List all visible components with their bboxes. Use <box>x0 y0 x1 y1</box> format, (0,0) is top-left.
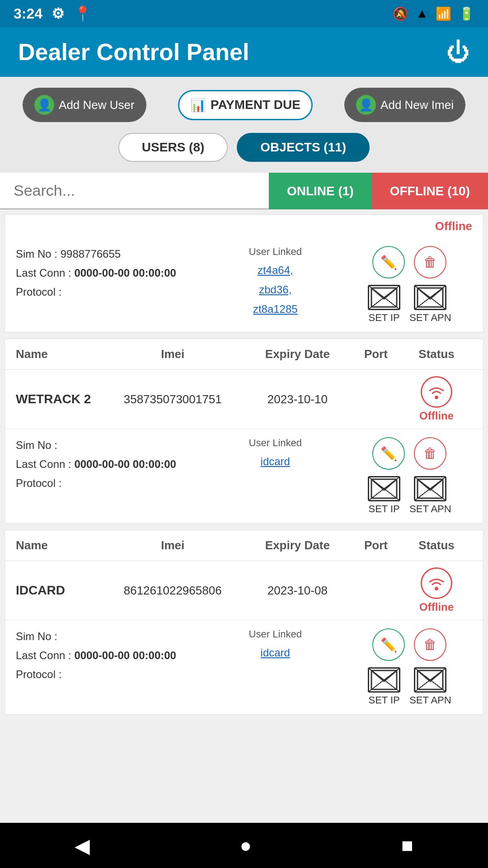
gear-icon: ⚙ <box>52 5 65 22</box>
col-header-port-2: Port <box>351 347 401 361</box>
action-col-1: ✏️ 🗑 SET IP <box>347 246 472 324</box>
edit-delete-row-3: ✏️ 🗑 <box>372 628 446 661</box>
col-header-status-3: Status <box>401 538 472 552</box>
device-card-1: Offline Sim No : 9988776655 Last Conn : … <box>5 214 483 332</box>
device-status-3: Offline <box>401 567 472 613</box>
set-apn-icon-3 <box>414 667 446 693</box>
set-apn-button-3[interactable]: SET APN <box>409 667 451 706</box>
svg-rect-1 <box>418 288 443 307</box>
user-linked-label-1: User Linked <box>213 246 338 258</box>
device-card-2: Name Imei Expiry Date Port Status WETRAC… <box>5 339 483 524</box>
device-status-2: Offline <box>401 376 472 422</box>
device-imei-2: 358735073001751 <box>101 392 244 406</box>
time-display: 3:24 <box>14 5 42 22</box>
battery-icon: 🔋 <box>459 6 474 21</box>
status-badge-3: Offline <box>401 567 472 613</box>
status-filter-buttons: ONLINE (1) OFFLINE (10) <box>269 173 488 209</box>
protocol-3: Protocol : <box>16 666 204 683</box>
set-apn-button-2[interactable]: SET APN <box>409 476 451 515</box>
last-conn-2: Last Conn : 0000-00-00 00:00:00 <box>16 456 204 472</box>
svg-rect-0 <box>371 288 397 307</box>
device-info-col-3: Sim No : Last Conn : 0000-00-00 00:00:00… <box>16 628 204 685</box>
device-details-1: Sim No : 9988776655 Last Conn : 0000-00-… <box>5 238 483 332</box>
device-list: Offline Sim No : 9988776655 Last Conn : … <box>0 210 488 775</box>
set-apn-icon-1 <box>414 285 446 310</box>
sim-no-3: Sim No : <box>16 628 204 645</box>
user-linked-links-2[interactable]: idcard <box>213 452 338 471</box>
col-header-imei-3: Imei <box>101 538 244 552</box>
device-imei-3: 861261022965806 <box>101 584 244 598</box>
wifi-icon: ▲ <box>416 6 428 21</box>
offline-wifi-icon-2 <box>421 376 452 408</box>
svg-rect-7 <box>418 670 443 689</box>
tab-objects[interactable]: OBJECTS (11) <box>237 133 370 162</box>
device-info-col-2: Sim No : Last Conn : 0000-00-00 00:00:00… <box>16 437 204 494</box>
set-ip-button-1[interactable]: SET IP <box>368 285 400 324</box>
col-header-port-3: Port <box>351 538 401 552</box>
col-header-name-2: Name <box>16 347 101 361</box>
recent-button[interactable]: ■ <box>401 834 413 857</box>
edit-button-1[interactable]: ✏️ <box>372 246 405 278</box>
search-input[interactable] <box>14 182 255 199</box>
action-col-3: ✏️ 🗑 SET IP <box>347 628 472 706</box>
user-linked-col-3: User Linked idcard <box>213 628 338 662</box>
delete-button-1[interactable]: 🗑 <box>414 246 446 278</box>
col-header-expiry-3: Expiry Date <box>244 538 351 552</box>
payment-chart-icon: 📊 <box>190 98 206 113</box>
delete-button-2[interactable]: 🗑 <box>414 437 446 470</box>
set-ip-icon-3 <box>368 667 400 693</box>
search-status-row: ONLINE (1) OFFLINE (10) <box>0 173 488 210</box>
device-info-col-1: Sim No : 9988776655 Last Conn : 0000-00-… <box>16 246 204 303</box>
offline-filter-button[interactable]: OFFLINE (10) <box>372 173 488 209</box>
online-filter-button[interactable]: ONLINE (1) <box>269 173 372 209</box>
app-header: Dealer Control Panel ⏻ <box>0 27 488 77</box>
set-ip-button-3[interactable]: SET IP <box>368 667 400 706</box>
delete-button-3[interactable]: 🗑 <box>414 628 446 661</box>
set-apn-button-1[interactable]: SET APN <box>409 285 451 324</box>
svg-rect-6 <box>371 670 397 689</box>
edit-button-2[interactable]: ✏️ <box>372 437 405 470</box>
edit-button-3[interactable]: ✏️ <box>372 628 405 661</box>
payment-due-button[interactable]: 📊 PAYMENT DUE <box>178 90 313 120</box>
payment-due-label: PAYMENT DUE <box>211 98 300 112</box>
device-details-2: Sim No : Last Conn : 0000-00-00 00:00:00… <box>5 429 483 523</box>
back-button[interactable]: ◀ <box>75 834 90 857</box>
bottom-navigation: ◀ ● ■ <box>0 823 488 868</box>
offline-filter-label: OFFLINE (10) <box>390 184 470 198</box>
add-new-imei-button[interactable]: 👤 Add New Imei <box>344 88 465 122</box>
set-apn-label-2: SET APN <box>409 503 451 515</box>
top-action-bar: 👤 Add New User 📊 PAYMENT DUE 👤 Add New I… <box>0 77 488 133</box>
user-linked-col-2: User Linked idcard <box>213 437 338 471</box>
device-data-row-2: WETRACK 2 358735073001751 2023-10-10 <box>5 370 483 429</box>
tab-bar: USERS (8) OBJECTS (11) <box>0 133 488 173</box>
device-name-2: WETRACK 2 <box>16 392 101 406</box>
set-apn-label-3: SET APN <box>409 694 451 706</box>
sim-no-2: Sim No : <box>16 437 204 453</box>
col-header-name-3: Name <box>16 538 101 552</box>
add-new-user-button[interactable]: 👤 Add New User <box>23 88 146 122</box>
set-ip-apn-row-3: SET IP SET APN <box>368 667 451 706</box>
device-table-header-2: Name Imei Expiry Date Port Status <box>5 339 483 370</box>
set-ip-apn-row-1: SET IP SET APN <box>368 285 451 324</box>
user-linked-links-3[interactable]: idcard <box>213 643 338 662</box>
set-ip-icon-2 <box>368 476 400 501</box>
tab-users[interactable]: USERS (8) <box>118 133 228 162</box>
device-table-header-3: Name Imei Expiry Date Port Status <box>5 530 483 561</box>
protocol-2: Protocol : <box>16 475 204 491</box>
last-conn-1: Last Conn : 0000-00-00 00:00:00 <box>16 265 204 281</box>
protocol-1: Protocol : <box>16 284 204 300</box>
set-ip-label-1: SET IP <box>369 312 400 324</box>
home-button[interactable]: ● <box>239 834 252 857</box>
device-expiry-3: 2023-10-08 <box>244 584 351 598</box>
power-button[interactable]: ⏻ <box>446 38 470 66</box>
set-ip-label-2: SET IP <box>369 503 400 515</box>
set-ip-button-2[interactable]: SET IP <box>368 476 400 515</box>
device-card-3: Name Imei Expiry Date Port Status IDCARD… <box>5 530 483 715</box>
device-expiry-2: 2023-10-10 <box>244 392 351 406</box>
col-header-expiry-2: Expiry Date <box>244 347 351 361</box>
signal-icon: 📶 <box>436 6 451 21</box>
user-linked-links-1[interactable]: zt4a64,zbd36,zt8a1285 <box>213 260 338 319</box>
search-container[interactable] <box>0 173 269 209</box>
user-linked-label-2: User Linked <box>213 437 338 449</box>
location-icon: 📍 <box>74 5 92 22</box>
